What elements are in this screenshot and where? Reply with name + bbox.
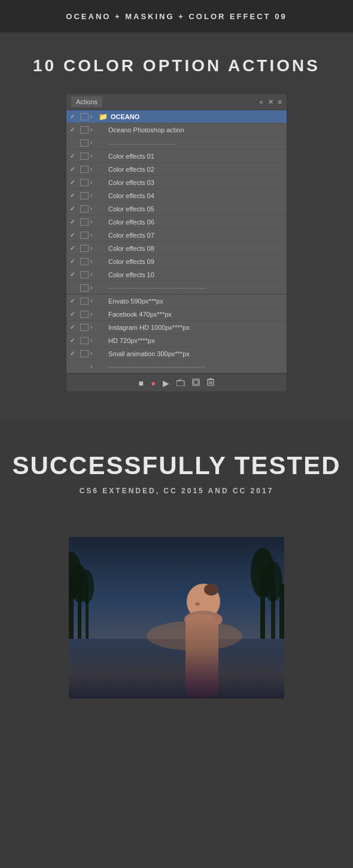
new-folder-button[interactable] (176, 378, 185, 388)
row-label: Color effects 06 (108, 218, 154, 226)
table-row[interactable]: ✓ › Color effects 03 (66, 176, 287, 189)
table-row[interactable]: ✓ › Color effects 07 (66, 229, 287, 242)
table-row: › .............................. (66, 136, 287, 150)
table-row[interactable]: ✓ › Envato 590px***px (66, 295, 287, 308)
panel-tab-area: Actions (71, 96, 102, 107)
row-label: ----------------------------------------… (108, 285, 206, 291)
row-label: Color effects 10 (108, 271, 154, 278)
check-icon: ✓ (70, 231, 78, 239)
table-row[interactable]: ✓ › Oceano Photoshop action (66, 123, 287, 136)
chevron-icon: › (90, 218, 99, 225)
visibility-square (80, 337, 89, 344)
photo-image (69, 537, 284, 699)
table-row[interactable]: ✓ › Color effects 09 (66, 255, 287, 268)
panel-toolbar: ■ ● ▶ (66, 374, 287, 391)
row-label: Color effects 07 (108, 232, 154, 239)
table-row[interactable]: ✓ › Small animation 300px***px (66, 347, 287, 360)
play-button[interactable]: ▶ (163, 378, 169, 388)
actions-tab[interactable]: Actions (71, 96, 102, 107)
header-title: OCEANO + MASKING + COLOR EFFECT 09 (66, 12, 287, 21)
chevron-icon: › (90, 363, 99, 370)
table-row: › --------------------------------------… (66, 360, 287, 374)
panel-body: ✓ › 📁 OCEANO ✓ › Oceano Photoshop action… (66, 110, 287, 374)
folder-icon: 📁 (99, 113, 108, 121)
check-icon: ✓ (70, 205, 78, 213)
tested-title: SUCCESSFULLY TESTED (12, 452, 340, 479)
stop-button[interactable]: ■ (139, 378, 144, 388)
visibility-square (80, 258, 89, 265)
svg-rect-21 (279, 584, 284, 639)
row-label: OCEANO (111, 113, 139, 120)
table-row[interactable]: ✓ › Color effects 06 (66, 216, 287, 229)
tested-subtitle: CS6 EXTENDED, CC 2015 AND CC 2017 (80, 487, 274, 495)
chevron-icon: › (90, 284, 99, 291)
chevron-icon: › (90, 337, 99, 344)
row-label: Small animation 300px***px (108, 350, 190, 357)
svg-point-28 (195, 602, 200, 606)
row-label: Envato 590px***px (108, 298, 163, 305)
visibility-square (80, 324, 89, 331)
table-row[interactable]: ✓ › Color effects 01 (66, 150, 287, 163)
visibility-square (80, 113, 89, 120)
check-icon: ✓ (70, 192, 78, 199)
row-label: ----------------------------------------… (108, 364, 206, 370)
check-icon: ✓ (70, 126, 78, 133)
photoshop-actions-panel: Actions « ✕ ≡ ✓ › 📁 OCEANO ✓ › (66, 93, 287, 392)
page-header: OCEANO + MASKING + COLOR EFFECT 09 (0, 0, 353, 32)
table-row[interactable]: ✓ › 📁 OCEANO (66, 110, 287, 123)
row-label: Color effects 08 (108, 245, 154, 252)
check-icon: ✓ (70, 336, 78, 344)
visibility-square (80, 166, 89, 173)
visibility-square (80, 179, 89, 186)
chevron-icon: › (90, 298, 99, 304)
visibility-square (80, 298, 89, 305)
new-action-button[interactable] (192, 378, 200, 388)
svg-rect-27 (185, 615, 218, 699)
photo-section (0, 525, 353, 723)
record-button[interactable]: ● (151, 378, 156, 388)
table-row[interactable]: ✓ › Color effects 08 (66, 242, 287, 255)
visibility-square (80, 271, 89, 278)
panel-icons: « ✕ ≡ (259, 98, 282, 106)
row-label: Oceano Photoshop action (108, 126, 184, 133)
svg-rect-0 (176, 381, 184, 386)
check-icon: ✓ (70, 165, 78, 173)
table-row: › --------------------------------------… (66, 281, 287, 295)
row-label: Color effects 09 (108, 258, 154, 265)
row-label: Color effects 05 (108, 205, 154, 213)
panel-titlebar: Actions « ✕ ≡ (66, 94, 287, 110)
check-icon: ✓ (70, 178, 78, 186)
table-row[interactable]: ✓ › Facebook 470px***px (66, 308, 287, 321)
chevron-icon: › (90, 113, 99, 120)
check-icon: ✓ (70, 350, 78, 357)
close-icon[interactable]: ✕ (268, 98, 273, 106)
photo-container (69, 537, 284, 699)
chevron-icon: › (90, 324, 99, 330)
table-row[interactable]: ✓ › Instagram HD 1000px****px (66, 321, 287, 334)
svg-rect-5 (209, 378, 212, 380)
table-row[interactable]: ✓ › Color effects 04 (66, 189, 287, 202)
visibility-square (80, 350, 89, 357)
double-arrow-icon[interactable]: « (259, 98, 263, 106)
visibility-square (80, 218, 89, 226)
svg-point-25 (204, 584, 218, 596)
visibility-square (80, 139, 89, 147)
visibility-square (80, 205, 89, 213)
section1-title: 10 COLOR OPTION ACTIONS (33, 56, 320, 75)
visibility-square (80, 311, 89, 318)
visibility-square (80, 232, 89, 239)
visibility-square (80, 153, 89, 160)
delete-button[interactable] (207, 378, 214, 388)
row-label: Color effects 01 (108, 153, 154, 160)
table-row[interactable]: ✓ › Color effects 10 (66, 268, 287, 281)
table-row[interactable]: ✓ › HD 720px****px (66, 334, 287, 347)
row-label: Color effects 04 (108, 192, 154, 199)
check-icon: ✓ (70, 152, 78, 160)
table-row[interactable]: ✓ › Color effects 05 (66, 202, 287, 216)
color-actions-section: 10 COLOR OPTION ACTIONS Actions « ✕ ≡ ✓ … (0, 32, 353, 422)
table-row[interactable]: ✓ › Color effects 02 (66, 163, 287, 176)
chevron-icon: › (90, 311, 99, 317)
chevron-icon: › (90, 192, 99, 199)
menu-icon[interactable]: ≡ (278, 98, 282, 106)
row-label: .............................. (108, 139, 176, 146)
